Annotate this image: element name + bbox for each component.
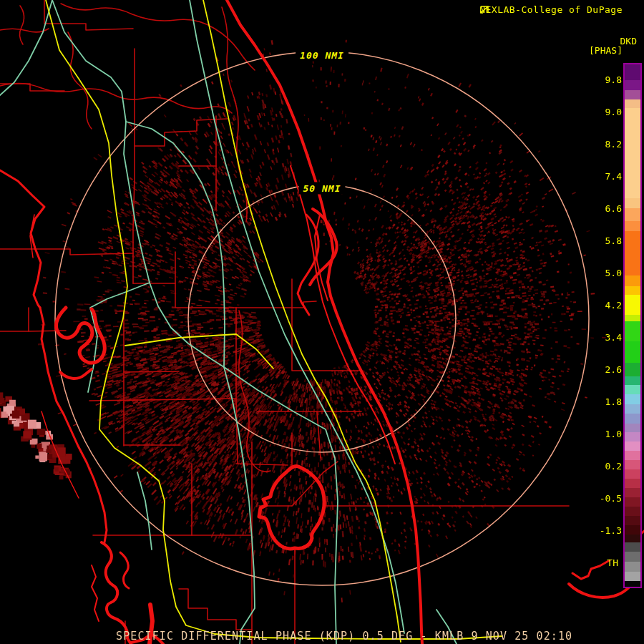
layer-range-rings [55,52,589,585]
colorbar-segment [625,562,640,572]
colorbar-segment [625,581,640,587]
colorbar-segment [625,394,640,404]
colorbar-tick-label: -0.5 [600,493,622,504]
colorbar-segment [625,321,640,341]
brand: NEXLAB-College of DuPage [479,4,635,15]
colorbar-segment [625,286,640,295]
product-unit-label: [PHAS] [589,45,623,56]
colorbar-segment [625,572,640,581]
colorbar-tick-label: 1.0 [605,429,622,440]
colorbar-tick-label: 3.4 [605,332,622,343]
coastline-path [102,542,131,644]
rivers-path [0,83,232,113]
colorbar-segment [625,275,640,286]
colorbar-segment [625,552,640,562]
coastline-path [315,215,328,301]
colorbar-segment [625,363,640,376]
county-lines-path [89,399,236,401]
range-rings-path [55,52,589,585]
colorbar-segment [625,535,640,542]
colorbar-segment [625,507,640,516]
colorbar-segment [625,414,640,424]
county-lines-path [179,589,252,630]
colorbar-segment [625,99,640,108]
rivers-path [239,311,270,472]
county-lines-path [0,249,133,255]
county-lines-path [29,331,66,331]
colorbar-tick-label: 2.6 [605,364,622,376]
county-lines-path [133,49,135,283]
rivers-path [19,6,24,44]
colorbar-segment [625,516,640,525]
layer-roads-teal [0,0,457,644]
colorbar-segment [625,432,640,441]
county-lines-path [236,308,238,464]
colorbar-segment [625,542,640,552]
coastline-path [42,411,79,498]
county-lines-path [0,308,29,331]
colorbar-tick-label: 4.2 [605,300,622,311]
colorbar [623,63,642,588]
rivers-path [61,4,255,70]
colorbar-tick-label: 8.2 [605,139,622,150]
colorbar-segment [625,64,640,80]
colorbar-tick-label: 6.6 [605,203,622,215]
coastline-path [572,560,610,579]
roads-yellow-path [46,0,502,639]
coastline-path [227,0,422,644]
colorbar-tick-label: 7.4 [605,171,622,182]
coastline-path [60,369,92,379]
colorbar-tick-label: 9.0 [605,107,622,118]
map-overlay-svg [0,0,644,644]
county-lines-path [133,283,236,308]
colorbar-segment [625,108,640,198]
colorbar-segment [625,460,640,469]
colorbar-segment [625,479,640,488]
colorbar-segment [625,525,640,535]
colorbar-segment [625,424,640,432]
county-lines-path [124,371,179,372]
threshold-label: TH [607,557,618,568]
colorbar-segment [625,221,640,231]
colorbar-segment [625,376,640,385]
colorbar-segment [625,198,640,208]
colorbar-segment [625,488,640,497]
radar-display: 50 NMI 100 NMI NEXLAB-College of DuPage … [0,0,644,644]
colorbar-tick-label: 9.8 [605,74,622,86]
rivers-path [0,29,49,32]
county-lines-path [317,411,321,458]
colorbar-segment [625,441,640,451]
colorbar-segment [625,404,640,414]
coastline-path [120,552,129,588]
colorbar-tick-label: 0.2 [605,461,622,472]
colorbar-segment [625,80,640,90]
layer-rivers [0,4,270,472]
colorbar-segment [625,469,640,479]
range-rings-path [188,185,456,452]
range-ring-label-100nmi: 100 NMI [296,49,348,62]
roads-yellow-path [203,0,401,642]
layer-coastline [0,0,644,644]
cod-logo-icon [625,5,635,15]
range-ring-label-50nmi: 50 NMI [299,182,346,195]
layer-roads-yellow [46,0,502,642]
roads-teal-path [137,472,152,550]
county-lines-path [292,279,361,371]
colorbar-tick-label: 1.8 [605,396,622,408]
roads-teal-path [190,0,404,633]
roads-teal-path [88,283,150,392]
colorbar-segment [625,208,640,221]
colorbar-segment [625,341,640,363]
colorbar-tick-label: -1.3 [600,525,622,537]
coastline-path [92,565,99,621]
coastline-path [259,466,324,548]
colorbar-segment [625,385,640,394]
coastline-path [0,170,44,308]
brand-text: NEXLAB-College of DuPage [479,4,623,15]
colorbar-segment [625,90,640,99]
county-lines-path [135,119,228,146]
colorbar-segment [625,295,640,315]
colorbar-segment [625,231,640,275]
colorbar-segment [625,497,640,507]
product-code: DKD [620,36,637,47]
